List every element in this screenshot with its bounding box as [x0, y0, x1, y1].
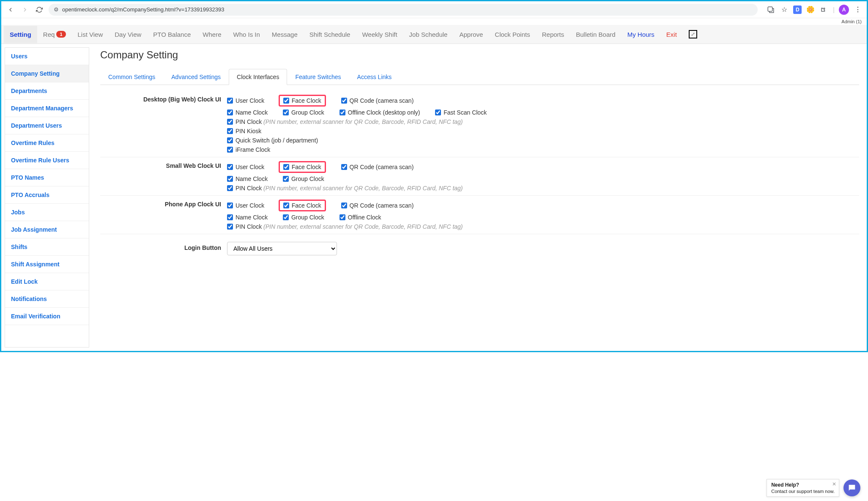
- check-small-qr-code[interactable]: QR Code (camera scan): [341, 164, 414, 170]
- sidebar-item-jobs[interactable]: Jobs: [5, 204, 89, 221]
- extensions-puzzle-icon[interactable]: [819, 5, 829, 14]
- check-desktop-qr-code[interactable]: QR Code (camera scan): [341, 97, 414, 104]
- check-desktop-offline-clock[interactable]: Offline Clock (desktop only): [340, 109, 420, 116]
- check-small-face-clock[interactable]: Face Clock: [279, 161, 326, 173]
- address-bar[interactable]: ⚙ opentimeclock.com/q2/mCompanySetting.h…: [49, 4, 758, 16]
- url-text: opentimeclock.com/q2/mCompanySetting.htm…: [62, 6, 224, 13]
- nav-where[interactable]: Where: [197, 26, 227, 43]
- section-phone-clock: Phone App Clock UI User Clock Face Clock…: [100, 196, 859, 234]
- check-desktop-user-clock[interactable]: User Clock: [227, 97, 265, 104]
- back-button[interactable]: [5, 5, 16, 15]
- fullscreen-button[interactable]: ⤢: [683, 25, 703, 44]
- nav-pto-balance[interactable]: PTO Balance: [147, 26, 197, 43]
- section-label-small: Small Web Clock UI: [100, 160, 227, 193]
- check-desktop-pin-kiosk[interactable]: PIN Kiosk: [227, 128, 261, 134]
- tab-clock-interfaces[interactable]: Clock Interfaces: [229, 69, 287, 85]
- sidebar-item-department-users[interactable]: Department Users: [5, 117, 89, 134]
- browser-menu-icon[interactable]: ⋮: [853, 5, 863, 14]
- check-desktop-fast-scan[interactable]: Fast Scan Clock: [435, 109, 487, 116]
- nav-req[interactable]: Req1: [37, 26, 72, 43]
- section-login-button: Login Button Allow All Users: [100, 234, 859, 258]
- section-label-desktop: Desktop (Big Web) Clock UI: [100, 93, 227, 154]
- check-desktop-face-clock[interactable]: Face Clock: [279, 95, 326, 107]
- install-app-icon[interactable]: [766, 5, 775, 14]
- check-phone-face-clock[interactable]: Face Clock: [279, 200, 326, 211]
- nav-setting[interactable]: Setting: [4, 26, 37, 43]
- check-small-group-clock[interactable]: Group Clock: [283, 175, 324, 182]
- nav-exit[interactable]: Exit: [660, 26, 683, 43]
- sidebar-item-users[interactable]: Users: [5, 48, 89, 65]
- sidebar-item-shifts[interactable]: Shifts: [5, 238, 89, 256]
- fullscreen-icon: ⤢: [689, 30, 697, 38]
- sidebar-item-department-managers[interactable]: Department Managers: [5, 100, 89, 117]
- check-small-name-clock[interactable]: Name Clock: [227, 175, 268, 182]
- page-title: Company Setting: [100, 49, 859, 61]
- settings-tabs: Common Settings Advanced Settings Clock …: [100, 68, 859, 85]
- check-phone-user-clock[interactable]: User Clock: [227, 202, 265, 209]
- sidebar-item-edit-lock[interactable]: Edit Lock: [5, 273, 89, 290]
- section-label-phone: Phone App Clock UI: [100, 198, 227, 231]
- login-button-select[interactable]: Allow All Users: [227, 242, 337, 255]
- reload-button[interactable]: [34, 5, 44, 15]
- settings-sidebar: Users Company Setting Departments Depart…: [5, 47, 89, 348]
- tab-advanced-settings[interactable]: Advanced Settings: [163, 69, 229, 85]
- nav-list-view[interactable]: List View: [72, 26, 109, 43]
- check-phone-qr-code[interactable]: QR Code (camera scan): [341, 202, 414, 209]
- nav-reports[interactable]: Reports: [536, 26, 570, 43]
- svg-rect-0: [768, 7, 773, 11]
- extension-flower-icon[interactable]: 🌼: [806, 5, 815, 14]
- check-phone-group-clock[interactable]: Group Clock: [283, 214, 324, 221]
- sidebar-item-departments[interactable]: Departments: [5, 82, 89, 100]
- nav-job-schedule[interactable]: Job Schedule: [403, 26, 454, 43]
- tab-feature-switches[interactable]: Feature Switches: [287, 69, 349, 85]
- nav-day-view[interactable]: Day View: [109, 26, 147, 43]
- check-desktop-group-clock[interactable]: Group Clock: [283, 109, 324, 116]
- check-small-pin-clock[interactable]: PIN Clock (PIN number, external scanner …: [227, 185, 463, 192]
- site-settings-icon[interactable]: ⚙: [54, 6, 59, 13]
- extension-d-icon[interactable]: D: [793, 5, 802, 14]
- forward-button[interactable]: [20, 5, 30, 15]
- sidebar-item-job-assignment[interactable]: Job Assignment: [5, 221, 89, 238]
- admin-label: Admin (1): [1, 18, 867, 25]
- nav-approve[interactable]: Approve: [453, 26, 489, 43]
- req-badge: 1: [56, 31, 66, 38]
- sidebar-item-pto-names[interactable]: PTO Names: [5, 169, 89, 186]
- nav-bulletin-board[interactable]: Bulletin Board: [570, 26, 621, 43]
- sidebar-item-overtime-rule-users[interactable]: Overtime Rule Users: [5, 152, 89, 169]
- check-phone-pin-clock[interactable]: PIN Clock (PIN number, external scanner …: [227, 223, 463, 230]
- nav-weekly-shift[interactable]: Weekly Shift: [356, 26, 403, 43]
- check-desktop-quick-switch[interactable]: Quick Switch (job / department): [227, 137, 318, 144]
- nav-message[interactable]: Message: [266, 26, 304, 43]
- check-phone-name-clock[interactable]: Name Clock: [227, 214, 268, 221]
- check-phone-offline-clock[interactable]: Offline Clock: [340, 214, 381, 221]
- main-panel: Company Setting Common Settings Advanced…: [93, 44, 867, 351]
- check-desktop-name-clock[interactable]: Name Clock: [227, 109, 268, 116]
- section-small-web-clock: Small Web Clock UI User Clock Face Clock…: [100, 157, 859, 196]
- check-desktop-iframe-clock[interactable]: iFrame Clock: [227, 146, 270, 153]
- browser-toolbar: ⚙ opentimeclock.com/q2/mCompanySetting.h…: [1, 1, 867, 18]
- section-desktop-clock: Desktop (Big Web) Clock UI User Clock Fa…: [100, 91, 859, 157]
- login-button-label: Login Button: [100, 242, 227, 255]
- sidebar-item-company-setting[interactable]: Company Setting: [5, 65, 89, 82]
- nav-who-is-in[interactable]: Who Is In: [227, 26, 266, 43]
- sidebar-item-notifications[interactable]: Notifications: [5, 290, 89, 308]
- tab-access-links[interactable]: Access Links: [349, 69, 400, 85]
- tab-common-settings[interactable]: Common Settings: [100, 69, 163, 85]
- sidebar-item-shift-assignment[interactable]: Shift Assignment: [5, 256, 89, 273]
- bookmark-icon[interactable]: ☆: [780, 5, 789, 14]
- nav-clock-points[interactable]: Clock Points: [489, 26, 536, 43]
- top-navigation: Setting Req1 List View Day View PTO Bala…: [1, 25, 867, 44]
- check-small-user-clock[interactable]: User Clock: [227, 164, 265, 170]
- sidebar-item-email-verification[interactable]: Email Verification: [5, 308, 89, 325]
- profile-avatar[interactable]: A: [839, 5, 849, 15]
- nav-shift-schedule[interactable]: Shift Schedule: [304, 26, 356, 43]
- nav-my-hours[interactable]: My Hours: [622, 26, 660, 43]
- sidebar-item-overtime-rules[interactable]: Overtime Rules: [5, 134, 89, 152]
- sidebar-item-pto-accruals[interactable]: PTO Accruals: [5, 186, 89, 204]
- check-desktop-pin-clock[interactable]: PIN Clock (PIN number, external scanner …: [227, 118, 463, 125]
